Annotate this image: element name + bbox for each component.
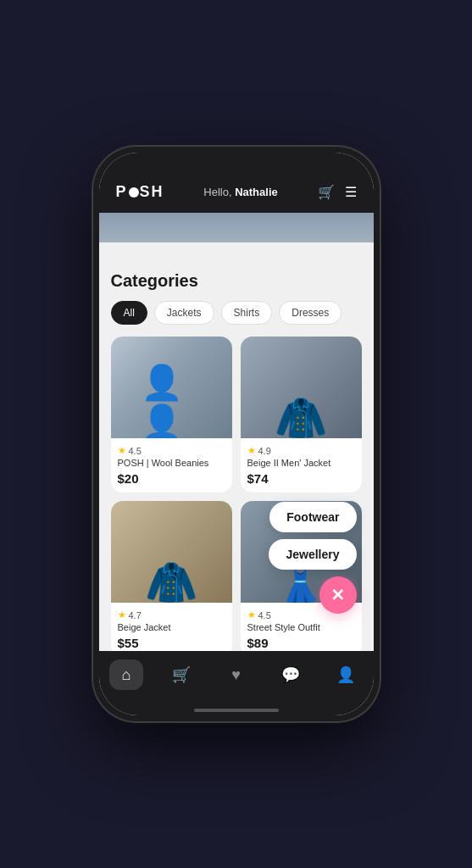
bottom-navigation: ⌂ 🛒 ♥ 💬 👤 — [99, 651, 374, 704]
greeting-text: Hello, Nathalie — [203, 186, 277, 198]
hero-image — [99, 213, 374, 259]
product-price: $20 — [118, 471, 225, 486]
header-actions: 🛒 ☰ — [318, 184, 357, 200]
product-rating: ★ 4.5 — [118, 445, 225, 456]
filter-tab-all[interactable]: All — [111, 301, 147, 325]
product-price: $55 — [118, 636, 225, 650]
product-image-1 — [111, 337, 232, 438]
product-image-3 — [111, 501, 232, 603]
product-rating: ★ 4.7 — [118, 609, 225, 620]
product-info: ★ 4.9 Beige II Men' Jacket $74 — [241, 438, 362, 492]
phone-notch — [186, 153, 287, 176]
nav-favorites[interactable]: ♥ — [219, 659, 253, 690]
product-name: Beige Jacket — [118, 622, 225, 632]
section-title: Categories — [111, 271, 362, 291]
footwear-button[interactable]: Footwear — [269, 502, 356, 532]
phone-frame: PSH Hello, Nathalie 🛒 ☰ Categories All J… — [92, 146, 380, 722]
product-card[interactable]: ★ 4.5 POSH | Wool Beanies $20 — [111, 337, 232, 492]
product-rating: ★ 4.9 — [247, 445, 355, 456]
home-bar — [194, 709, 279, 712]
star-icon: ★ — [118, 445, 126, 456]
rating-value: 4.7 — [129, 610, 142, 620]
nav-home[interactable]: ⌂ — [109, 659, 143, 690]
close-floating-menu-button[interactable]: ✕ — [319, 576, 357, 614]
product-card[interactable]: ★ 4.9 Beige II Men' Jacket $74 — [241, 337, 362, 492]
product-card[interactable]: ★ 4.7 Beige Jacket $55 — [111, 501, 232, 651]
nav-cart[interactable]: 🛒 — [164, 659, 198, 690]
nav-messages[interactable]: 💬 — [274, 659, 308, 690]
app-logo: PSH — [116, 183, 164, 201]
product-price: $89 — [247, 636, 355, 650]
star-icon: ★ — [247, 609, 256, 620]
star-icon: ★ — [247, 445, 256, 456]
home-indicator — [99, 704, 374, 715]
product-price: $74 — [247, 471, 355, 486]
nav-profile[interactable]: 👤 — [329, 659, 363, 690]
filter-tabs: All Jackets Shirts Dresses — [111, 301, 362, 325]
filter-tab-dresses[interactable]: Dresses — [279, 301, 342, 325]
phone-screen: PSH Hello, Nathalie 🛒 ☰ Categories All J… — [99, 153, 374, 715]
product-name: Beige II Men' Jacket — [247, 458, 355, 468]
product-name: POSH | Wool Beanies — [118, 458, 225, 468]
product-image-2 — [241, 337, 362, 438]
menu-icon[interactable]: ☰ — [345, 184, 357, 200]
product-info: ★ 4.7 Beige Jacket $55 — [111, 603, 232, 651]
product-name: Street Style Outfit — [247, 622, 355, 632]
rating-value: 4.9 — [258, 446, 271, 456]
cart-icon[interactable]: 🛒 — [318, 184, 335, 200]
filter-tab-shirts[interactable]: Shirts — [221, 301, 273, 325]
product-info: ★ 4.5 POSH | Wool Beanies $20 — [111, 438, 232, 492]
star-icon: ★ — [118, 609, 126, 620]
rating-value: 4.5 — [129, 446, 142, 456]
floating-menu: Footwear Jewellery ✕ — [269, 502, 356, 614]
jewellery-button[interactable]: Jewellery — [269, 539, 356, 570]
filter-tab-jackets[interactable]: Jackets — [154, 301, 214, 325]
